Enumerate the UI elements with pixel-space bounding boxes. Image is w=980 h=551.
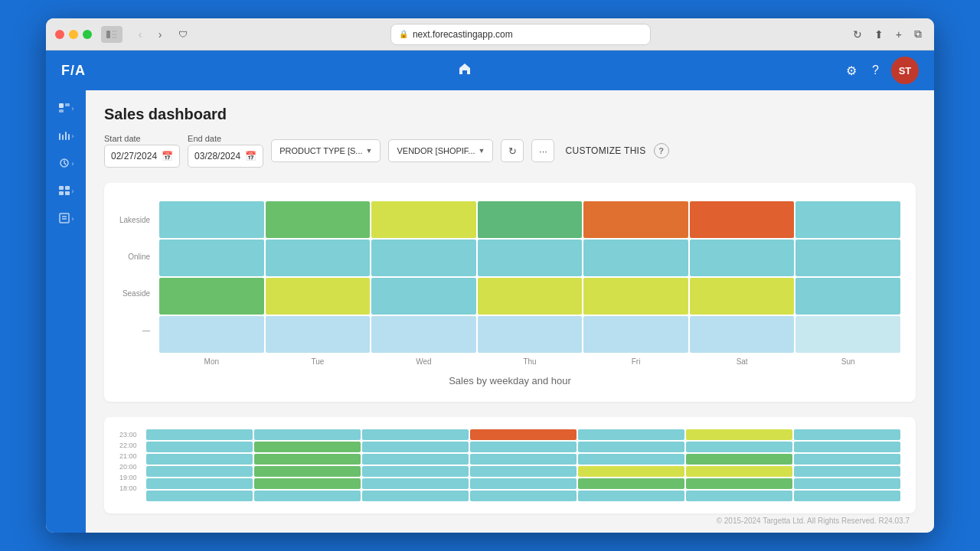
heatmap1-cell-r0-c0 <box>159 201 264 238</box>
shield-icon: 🛡 <box>175 26 191 43</box>
heatmap-grid-1 <box>159 201 900 353</box>
heatmap2-cell-r4-c0 <box>146 478 253 489</box>
svg-rect-9 <box>65 132 67 140</box>
heatmap2-cell-r1-c2 <box>362 442 469 452</box>
heatmap2-cell-r5-c5 <box>686 491 792 501</box>
heatmap1-cell-r2-c4 <box>583 278 688 315</box>
app-nav: F/A ⚙ ? ST <box>46 51 934 90</box>
heatmap1-cell-r3-c1 <box>266 316 371 353</box>
heatmap2-cell-r1-c1 <box>254 442 361 452</box>
address-bar[interactable]: 🔒 next.forecastingapp.com <box>390 24 651 45</box>
sidebar-icon-5 <box>58 213 70 226</box>
heatmap-y-labels-2: 23:00 22:00 21:00 20:00 19:00 18:00 <box>119 429 137 494</box>
sidebar-item-5[interactable]: › <box>49 207 83 231</box>
heatmap-y-labels-1: Lakeside Online Seaside — <box>119 201 153 348</box>
vendor-filter-button[interactable]: VENDOR [SHOPIF... ▼ <box>388 139 493 162</box>
home-button[interactable] <box>452 59 478 83</box>
heatmap1-cell-r0-c1 <box>266 201 371 238</box>
svg-rect-3 <box>112 37 117 38</box>
sidebar-chevron-5: › <box>72 215 74 223</box>
y-label-online: Online <box>119 238 153 275</box>
sidebar-icon-2 <box>58 130 70 143</box>
heatmap2-cell-r0-c5 <box>686 429 792 440</box>
content-area: Sales dashboard Start date 02/27/2024 📅 … <box>86 90 934 533</box>
end-date-field: End date 03/28/2024 📅 <box>188 134 263 168</box>
start-date-input[interactable]: 02/27/2024 📅 <box>104 145 180 168</box>
customize-help-icon[interactable]: ? <box>654 143 669 158</box>
minimize-button[interactable] <box>69 30 78 39</box>
heatmap2-cell-r2-c4 <box>578 454 684 465</box>
back-button[interactable]: ‹ <box>132 26 149 43</box>
heatmap2-grid-container <box>146 429 900 501</box>
heatmap2-cell-r0-c3 <box>470 429 577 440</box>
heatmap2-cell-r3-c4 <box>578 466 684 477</box>
end-date-input[interactable]: 03/28/2024 📅 <box>188 145 263 168</box>
new-tab-button[interactable]: + <box>893 27 905 42</box>
more-options-button[interactable]: ··· <box>531 139 554 162</box>
heatmap-chart-2: 23:00 22:00 21:00 20:00 19:00 18:00 <box>104 417 916 514</box>
browser-window: ‹ › 🛡 🔒 next.forecastingapp.com ↻ ⬆ + ⧉ … <box>46 18 934 533</box>
heatmap2-cell-r4-c5 <box>686 478 792 489</box>
heatmap-grid-2 <box>146 429 900 501</box>
heatmap1-cell-r2-c1 <box>266 278 371 315</box>
heatmap2-cell-r3-c5 <box>686 466 792 477</box>
svg-rect-7 <box>59 133 60 140</box>
x-label-tue: Tue <box>266 357 371 366</box>
forward-button[interactable]: › <box>152 26 168 43</box>
end-date-value: 03/28/2024 <box>194 151 240 161</box>
heatmap2-cell-r2-c2 <box>362 454 469 465</box>
help-button[interactable]: ? <box>869 60 882 80</box>
close-button[interactable] <box>55 30 64 39</box>
url-text: next.forecastingapp.com <box>413 29 513 40</box>
browser-nav-buttons: ‹ › <box>132 26 168 43</box>
svg-rect-14 <box>59 191 64 195</box>
heatmap1-cell-r3-c0 <box>159 316 264 353</box>
heatmap2-cell-r2-c3 <box>470 454 577 465</box>
y2-label-23: 23:00 <box>119 429 137 440</box>
sidebar-chevron-3: › <box>72 160 74 168</box>
product-type-chevron-icon: ▼ <box>366 147 373 155</box>
start-date-label: Start date <box>104 134 180 143</box>
heatmap2-cell-r1-c0 <box>146 442 253 452</box>
heatmap2-cell-r5-c3 <box>470 491 577 501</box>
svg-rect-8 <box>62 135 64 140</box>
heatmap2-cell-r3-c0 <box>146 466 253 477</box>
settings-button[interactable]: ⚙ <box>843 60 860 81</box>
customize-button[interactable]: CUSTOMIZE THIS <box>565 145 645 156</box>
browser-actions: ↻ ⬆ + ⧉ <box>850 26 925 42</box>
vendor-filter-label: VENDOR [SHOPIF... <box>397 146 475 155</box>
page-title: Sales dashboard <box>104 106 916 123</box>
sidebar-icon-4 <box>58 185 70 198</box>
heatmap2-cell-r1-c4 <box>578 442 684 452</box>
lock-icon: 🔒 <box>399 30 408 38</box>
start-date-calendar-icon[interactable]: 📅 <box>162 151 173 161</box>
y2-label-18: 18:00 <box>119 483 137 494</box>
heatmap2-cell-r5-c2 <box>362 491 469 501</box>
heatmap2-cell-r0-c0 <box>146 429 253 440</box>
heatmap2-cell-r3-c3 <box>470 466 577 477</box>
sidebar-toggle-button[interactable] <box>101 26 122 43</box>
svg-rect-0 <box>106 31 110 38</box>
maximize-button[interactable] <box>83 30 92 39</box>
svg-rect-16 <box>60 214 69 223</box>
refresh-button[interactable]: ↻ <box>501 139 524 162</box>
heatmap1-cell-r0-c6 <box>795 201 900 238</box>
svg-rect-15 <box>65 191 70 195</box>
heatmap2-cell-r4-c4 <box>578 478 684 489</box>
user-avatar[interactable]: ST <box>891 57 919 84</box>
sidebar-item-2[interactable]: › <box>49 124 83 148</box>
reload-button[interactable]: ↻ <box>850 27 865 42</box>
product-type-filter-button[interactable]: PRODUCT TYPE [S... ▼ <box>271 139 381 162</box>
sidebar-item-4[interactable]: › <box>49 179 83 204</box>
heatmap1-cell-r0-c2 <box>371 201 476 238</box>
sidebar-item-3[interactable]: › <box>49 152 83 176</box>
share-button[interactable]: ⬆ <box>871 27 887 42</box>
sidebar-item-1[interactable]: › <box>49 96 83 121</box>
end-date-calendar-icon[interactable]: 📅 <box>245 151 256 161</box>
heatmap1-cell-r3-c2 <box>371 316 476 353</box>
y-label-lakeside: Lakeside <box>119 201 153 238</box>
y2-label-22: 22:00 <box>119 440 137 451</box>
heatmap-wrapper-1: Lakeside Online Seaside — Mon Tue Wed Th… <box>119 201 900 366</box>
x-label-sun: Sun <box>795 357 900 366</box>
tabs-button[interactable]: ⧉ <box>911 26 925 42</box>
